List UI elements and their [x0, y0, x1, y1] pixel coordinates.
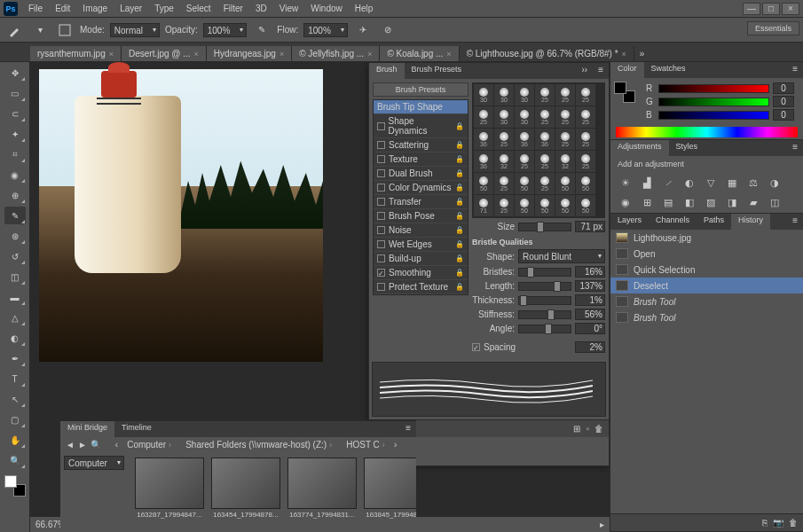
hue-icon[interactable]: ▦: [724, 176, 740, 190]
tab-color[interactable]: Color: [610, 62, 644, 78]
checkbox[interactable]: [377, 269, 385, 277]
close-tab-icon[interactable]: ×: [194, 50, 199, 59]
panel-menu-icon[interactable]: ≡: [787, 214, 803, 230]
document-tab[interactable]: rysanthemum.jpg×: [30, 46, 122, 61]
invert-icon[interactable]: ◧: [681, 195, 697, 209]
brush-tip[interactable]: 36: [474, 151, 493, 172]
slider[interactable]: [518, 296, 571, 305]
slider[interactable]: [518, 282, 571, 291]
brush-tip[interactable]: 30: [474, 84, 493, 106]
menu-window[interactable]: Window: [305, 2, 348, 15]
slider[interactable]: [518, 268, 571, 277]
tab-channels[interactable]: Channels: [649, 214, 697, 230]
tabs-overflow-icon[interactable]: »: [634, 46, 650, 61]
tab-brush[interactable]: Brush: [369, 63, 405, 79]
history-snapshot[interactable]: Lighthouse.jpg: [610, 230, 803, 246]
checkbox[interactable]: [377, 155, 385, 163]
brush-tip[interactable]: 25: [535, 106, 555, 128]
brush-tip[interactable]: 50: [515, 173, 534, 194]
tab-timeline[interactable]: Timeline: [114, 421, 159, 437]
dodge-tool[interactable]: ◐: [4, 329, 26, 347]
checkbox[interactable]: [377, 240, 385, 248]
tab-layers[interactable]: Layers: [610, 214, 649, 230]
panel-menu-icon[interactable]: ≡: [400, 421, 416, 437]
brush-panel-toggle[interactable]: [55, 20, 75, 40]
brush-tip[interactable]: 50: [576, 195, 595, 216]
document-tab[interactable]: Desert.jpg @ ...×: [122, 46, 207, 61]
history-state[interactable]: Deselect: [610, 278, 803, 293]
maximize-button[interactable]: □: [762, 3, 780, 15]
history-brush-tool[interactable]: ↺: [4, 247, 26, 265]
brush-tip[interactable]: 50: [555, 195, 575, 216]
brush-presets-button[interactable]: Brush Presets: [373, 82, 468, 97]
opacity-input[interactable]: 100%: [203, 23, 248, 37]
tab-swatches[interactable]: Swatches: [644, 62, 693, 78]
bw-icon[interactable]: ◑: [767, 176, 783, 190]
brush-tip[interactable]: 71: [474, 195, 493, 216]
slider[interactable]: [518, 325, 571, 333]
brush-option[interactable]: Color Dynamics🔒: [374, 181, 468, 195]
nav-fwd-icon[interactable]: ►: [78, 440, 87, 450]
brush-tip[interactable]: 25: [555, 84, 575, 106]
slider-value[interactable]: 0°: [575, 323, 605, 334]
crumb-host[interactable]: HOST C: [341, 439, 390, 450]
close-tab-icon[interactable]: ×: [279, 50, 284, 59]
tab-brush-presets[interactable]: Brush Presets: [405, 63, 469, 79]
menu-help[interactable]: Help: [350, 2, 379, 15]
brush-tip[interactable]: 50: [555, 173, 575, 194]
brush-preset-picker[interactable]: ▾: [30, 20, 50, 40]
size-value[interactable]: 71 px: [575, 221, 605, 232]
slider-value[interactable]: 137%: [575, 280, 605, 292]
brush-option[interactable]: Noise🔒: [374, 223, 468, 238]
thumbnail[interactable]: 163454_17994878...: [211, 458, 280, 519]
gradient-icon[interactable]: ▰: [745, 195, 761, 209]
menu-edit[interactable]: Edit: [50, 2, 75, 15]
brush-option[interactable]: Shape Dynamics🔒: [374, 114, 468, 138]
path-tool[interactable]: ↖: [4, 390, 26, 408]
brightness-icon[interactable]: ☀: [618, 176, 634, 190]
menu-type[interactable]: Type: [149, 2, 179, 15]
history-state[interactable]: Brush Tool: [610, 293, 803, 309]
new-brush-icon[interactable]: ▫: [586, 424, 589, 434]
tab-paths[interactable]: Paths: [697, 214, 731, 230]
brush-option[interactable]: Texture🔒: [374, 153, 468, 167]
panel-menu-icon[interactable]: ≡: [787, 140, 803, 156]
brush-tip[interactable]: 50: [535, 195, 555, 216]
checkbox[interactable]: [377, 169, 385, 177]
brush-tip[interactable]: 32: [494, 151, 514, 172]
brush-tip[interactable]: 50: [474, 173, 493, 194]
brush-option[interactable]: Protect Texture🔒: [374, 280, 468, 294]
brush-tip[interactable]: 50: [515, 195, 534, 216]
brush-tip[interactable]: 30: [515, 84, 534, 106]
stamp-tool[interactable]: ⊛: [4, 227, 26, 245]
marquee-tool[interactable]: ▭: [4, 84, 26, 102]
close-button[interactable]: ×: [782, 3, 799, 15]
menu-3d[interactable]: 3D: [250, 2, 272, 15]
document-tab[interactable]: © Lighthouse.jpg @ 66.7% (RGB/8#) *×: [460, 46, 634, 61]
type-tool[interactable]: T: [4, 370, 26, 387]
checkbox[interactable]: [377, 283, 385, 291]
checkbox[interactable]: [377, 141, 385, 149]
brush-option[interactable]: Wet Edges🔒: [374, 238, 468, 252]
brush-option[interactable]: Build-up🔒: [374, 252, 468, 266]
history-state[interactable]: Open: [610, 246, 803, 262]
flow-input[interactable]: 100%: [303, 23, 348, 37]
brush-option[interactable]: Smoothing🔒: [374, 266, 468, 280]
exposure-icon[interactable]: ◐: [681, 176, 697, 190]
spacing-value[interactable]: 2%: [575, 341, 605, 353]
r-slider[interactable]: [658, 84, 769, 93]
brush-tip[interactable]: 36: [535, 129, 555, 150]
levels-icon[interactable]: ▟: [639, 176, 655, 190]
crumb-shared[interactable]: Shared Folders (\\vmware-host) (Z:): [180, 439, 337, 450]
tab-history[interactable]: History: [731, 214, 770, 230]
history-state[interactable]: Quick Selection: [610, 262, 803, 278]
crop-tool[interactable]: ⌗: [4, 145, 26, 163]
selective-icon[interactable]: ◫: [767, 195, 783, 209]
shape-dropdown[interactable]: Round Blunt: [518, 249, 605, 263]
brush-tip[interactable]: 25: [576, 84, 595, 106]
brush-tip[interactable]: 25: [494, 195, 514, 216]
brush-tool-icon[interactable]: [5, 20, 25, 40]
snapshot-icon[interactable]: 📷: [773, 518, 783, 528]
search-icon[interactable]: 🔍: [91, 440, 101, 450]
menu-image[interactable]: Image: [77, 2, 113, 15]
